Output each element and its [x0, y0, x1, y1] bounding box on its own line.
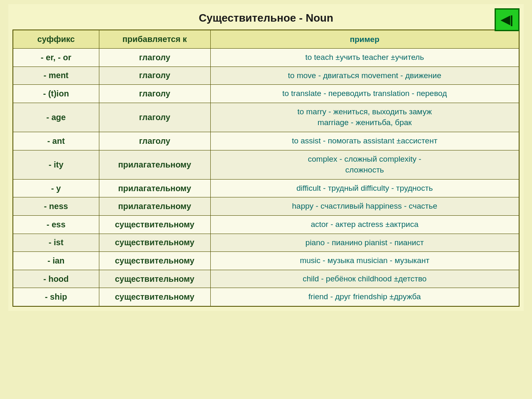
- table-header-row: суффикс прибавляется к пример: [13, 30, 519, 49]
- added-to-cell: существительному: [99, 270, 210, 288]
- page-container: Существительное - Noun ◀| суффикс прибав…: [8, 4, 524, 311]
- table-row: - hoodсуществительномуchild - ребёнок ch…: [13, 270, 519, 288]
- example-cell: to marry - жениться, выходить замужmarri…: [210, 103, 519, 132]
- table-row: - ityприлагательномуcomplex - сложный co…: [13, 150, 519, 179]
- added-to-cell: глаголу: [99, 103, 210, 132]
- suffix-cell: - ment: [13, 66, 99, 85]
- suffix-cell: - ian: [13, 252, 99, 270]
- example-cell: to teach ±учить teacher ±учитель: [210, 49, 519, 67]
- example-cell: to assist - помогать assistant ±ассистен…: [210, 132, 519, 150]
- example-line: сложность: [215, 165, 515, 176]
- example-line: to move - двигаться movement - движение: [215, 70, 515, 81]
- table-row: - mentглаголуto move - двигаться movemen…: [13, 66, 519, 85]
- example-line: child - ребёнок childhood ±детство: [215, 273, 515, 285]
- added-to-cell: существительному: [99, 215, 210, 234]
- added-to-cell: глаголу: [99, 49, 210, 67]
- table-row: - antглаголуto assist - помогать assista…: [13, 132, 519, 150]
- example-cell: complex - сложный complexity -сложность: [210, 150, 519, 179]
- added-to-cell: существительному: [99, 252, 210, 270]
- page-title: Существительное - Noun: [199, 12, 333, 25]
- added-to-cell: существительному: [99, 234, 210, 252]
- example-cell: to move - двигаться movement - движение: [210, 66, 519, 85]
- suffix-cell: - ness: [13, 197, 99, 216]
- example-line: to marry - жениться, выходить замуж: [215, 106, 515, 118]
- added-to-cell: прилагательному: [99, 179, 210, 197]
- header-example: пример: [210, 30, 519, 49]
- table-row: - (t)ionглаголуto translate - переводить…: [13, 85, 519, 103]
- table-row: - ianсуществительномуmusic - музыка musi…: [13, 252, 519, 270]
- suffix-cell: - ity: [13, 150, 99, 179]
- added-to-cell: глаголу: [99, 85, 210, 103]
- table-row: - istсуществительномуpiano - пианино pia…: [13, 234, 519, 252]
- example-cell: actor - актер actress ±актриса: [210, 215, 519, 234]
- suffix-cell: - ist: [13, 234, 99, 252]
- added-to-cell: глаголу: [99, 66, 210, 85]
- noun-suffixes-table: суффикс прибавляется к пример - er, - or…: [12, 30, 520, 307]
- header-suffix: суффикс: [13, 30, 99, 49]
- suffix-cell: - age: [13, 103, 99, 132]
- suffix-cell: - ess: [13, 215, 99, 234]
- example-line: difficult - трудный difficulty - труднос…: [215, 183, 515, 194]
- nav-back-button[interactable]: ◀|: [495, 8, 520, 31]
- header-added-to: прибавляется к: [99, 30, 210, 49]
- suffix-cell: - hood: [13, 270, 99, 288]
- example-line: happy - счастливый happiness - счастье: [215, 201, 515, 212]
- example-line: marriage - женитьба, брак: [215, 117, 515, 128]
- suffix-cell: - (t)ion: [13, 85, 99, 103]
- example-cell: happy - счастливый happiness - счастье: [210, 197, 519, 216]
- example-cell: child - ребёнок childhood ±детство: [210, 270, 519, 288]
- example-cell: difficult - трудный difficulty - труднос…: [210, 179, 519, 197]
- example-cell: to translate - переводить translation - …: [210, 85, 519, 103]
- table-row: - ageглаголуto marry - жениться, выходит…: [13, 103, 519, 132]
- added-to-cell: прилагательному: [99, 197, 210, 216]
- example-line: actor - актер actress ±актриса: [215, 219, 515, 230]
- table-row: - essсуществительномуactor - актер actre…: [13, 215, 519, 234]
- title-row: Существительное - Noun ◀|: [12, 8, 520, 30]
- example-cell: piano - пианино pianist - пианист: [210, 234, 519, 252]
- example-line: to teach ±учить teacher ±учитель: [215, 52, 515, 63]
- example-cell: music - музыка musician - музыкант: [210, 252, 519, 270]
- table-row: - shipсуществительномуfriend - друг frie…: [13, 288, 519, 306]
- table-row: - er, - orглаголуto teach ±учить teacher…: [13, 49, 519, 67]
- suffix-cell: - ant: [13, 132, 99, 150]
- example-cell: friend - друг friendship ±дружба: [210, 288, 519, 306]
- added-to-cell: существительному: [99, 288, 210, 306]
- added-to-cell: глаголу: [99, 132, 210, 150]
- suffix-cell: - ship: [13, 288, 99, 306]
- example-line: to assist - помогать assistant ±ассистен…: [215, 135, 515, 147]
- added-to-cell: прилагательному: [99, 150, 210, 179]
- nav-back-icon: ◀|: [501, 13, 513, 27]
- example-line: to translate - переводить translation - …: [215, 88, 515, 99]
- table-row: - yприлагательномуdifficult - трудный di…: [13, 179, 519, 197]
- table-row: - nessприлагательномуhappy - счастливый …: [13, 197, 519, 216]
- example-line: complex - сложный complexity -: [215, 154, 515, 165]
- example-line: friend - друг friendship ±дружба: [215, 291, 515, 303]
- suffix-cell: - y: [13, 179, 99, 197]
- example-line: music - музыка musician - музыкант: [215, 255, 515, 266]
- suffix-cell: - er, - or: [13, 49, 99, 67]
- example-line: piano - пианино pianist - пианист: [215, 237, 515, 249]
